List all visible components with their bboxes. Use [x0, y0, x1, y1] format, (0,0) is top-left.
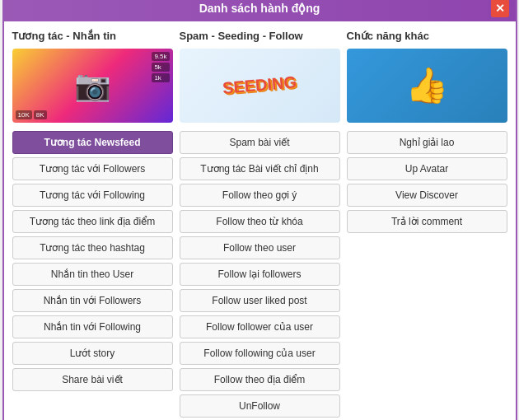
btn-share-bai-viet[interactable]: Share bài viết	[12, 368, 173, 391]
btn-nhan-tin-user[interactable]: Nhắn tin theo User	[12, 263, 173, 286]
btn-up-avatar[interactable]: Up Avatar	[347, 157, 507, 180]
btn-tuong-tac-following[interactable]: Tương tác với Following	[12, 184, 173, 207]
btn-tuong-tac-link[interactable]: Tương tác theo link địa điểm	[12, 210, 173, 233]
dialog-body: Tương tác - Nhắn tin 9.5k 5k 1k 📷 10K 8K…	[4, 21, 516, 421]
instagram-image: 9.5k 5k 1k 📷 10K 8K	[12, 49, 173, 123]
btn-follow-follower-cua-user[interactable]: Follow follower của user	[180, 315, 340, 338]
btn-view-discover[interactable]: View Discover	[347, 184, 507, 207]
btn-tuong-tac-newsfeed[interactable]: Tương tác Newsfeed	[12, 131, 173, 154]
btn-nhan-tin-following[interactable]: Nhắn tin với Following	[12, 315, 173, 338]
dialog-title: Danh sách hành động	[199, 2, 320, 15]
btn-follow-user-liked-post[interactable]: Follow user liked post	[180, 289, 340, 312]
btn-tuong-tac-bai-viet-chi-dinh[interactable]: Tương tác Bài viết chỉ định	[180, 157, 340, 180]
btn-follow-dia-diem[interactable]: Follow theo địa điểm	[180, 368, 340, 391]
column-interact-title: Tương tác - Nhắn tin	[12, 30, 173, 42]
btn-nhan-tin-followers[interactable]: Nhắn tin với Followers	[12, 289, 173, 312]
btn-spam-bai-viet[interactable]: Spam bài viết	[180, 131, 340, 154]
btn-tuong-tac-followers[interactable]: Tương tác với Followers	[12, 157, 173, 180]
thumbs-up-icon: 👍	[405, 65, 448, 105]
dialog-header: Danh sách hành động ✕	[4, 0, 516, 21]
btn-tuong-tac-hashtag[interactable]: Tương tác theo hashtag	[12, 236, 173, 259]
column-other: Chức năng khác 👍 Nghỉ giải lao Up Avatar…	[347, 30, 507, 418]
main-dialog: Danh sách hành động ✕ Tương tác - Nhắn t…	[2, 0, 517, 420]
seeding-text: SEEDING	[222, 72, 297, 98]
btn-follow-goi-y[interactable]: Follow theo gợi ý	[180, 184, 340, 207]
column-interact: Tương tác - Nhắn tin 9.5k 5k 1k 📷 10K 8K…	[12, 30, 173, 418]
facebook-image: 👍	[347, 49, 507, 123]
btn-follow-tu-khoa[interactable]: Follow theo từ khóa	[180, 210, 340, 233]
column-other-title: Chức năng khác	[347, 30, 507, 42]
btn-follow-lai-followers[interactable]: Follow lại followers	[180, 263, 340, 286]
column-spam: Spam - Seeding - Follow SEEDING Spam bài…	[180, 30, 340, 418]
column-spam-title: Spam - Seeding - Follow	[180, 30, 340, 42]
seeding-image: SEEDING	[180, 49, 340, 123]
btn-unfollow[interactable]: UnFollow	[180, 394, 340, 418]
instagram-icon: 📷	[74, 68, 111, 103]
btn-follow-user[interactable]: Follow theo user	[180, 236, 340, 259]
btn-follow-following-cua-user[interactable]: Follow following của user	[180, 342, 340, 365]
btn-nghi-giai-lao[interactable]: Nghỉ giải lao	[347, 131, 507, 154]
close-button[interactable]: ✕	[491, 0, 509, 17]
btn-tra-loi-comment[interactable]: Trả lời comment	[347, 210, 507, 233]
btn-luot-story[interactable]: Lướt story	[12, 342, 173, 365]
